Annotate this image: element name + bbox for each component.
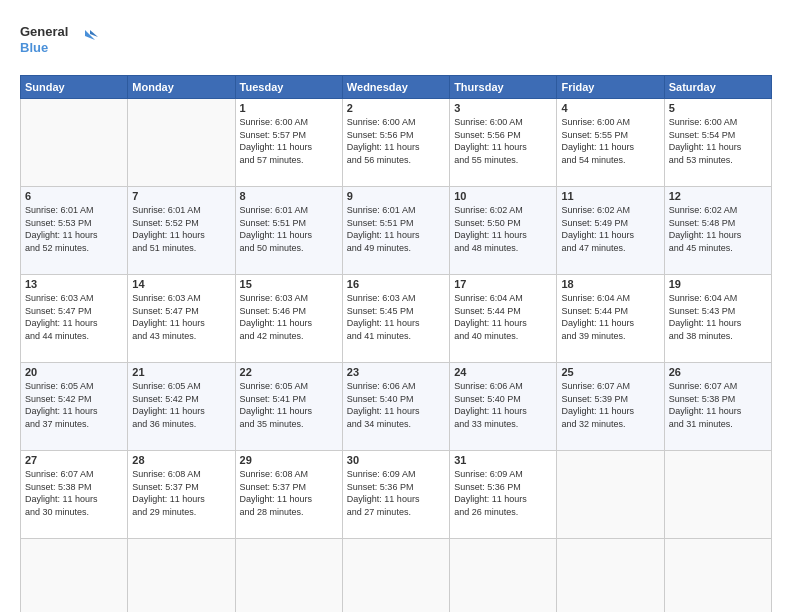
calendar-cell: 16Sunrise: 6:03 AMSunset: 5:45 PMDayligh… xyxy=(342,275,449,363)
calendar-row: 1Sunrise: 6:00 AMSunset: 5:57 PMDaylight… xyxy=(21,99,772,187)
day-info: Sunrise: 6:07 AMSunset: 5:38 PMDaylight:… xyxy=(669,380,767,430)
day-number: 29 xyxy=(240,454,338,466)
day-number: 10 xyxy=(454,190,552,202)
weekday-header-sunday: Sunday xyxy=(21,76,128,99)
svg-text:Blue: Blue xyxy=(20,40,48,55)
day-info: Sunrise: 6:09 AMSunset: 5:36 PMDaylight:… xyxy=(347,468,445,518)
day-info: Sunrise: 6:07 AMSunset: 5:39 PMDaylight:… xyxy=(561,380,659,430)
calendar-cell: 4Sunrise: 6:00 AMSunset: 5:55 PMDaylight… xyxy=(557,99,664,187)
day-info: Sunrise: 6:02 AMSunset: 5:48 PMDaylight:… xyxy=(669,204,767,254)
day-number: 8 xyxy=(240,190,338,202)
calendar-cell xyxy=(664,539,771,613)
calendar-cell xyxy=(664,451,771,539)
day-info: Sunrise: 6:04 AMSunset: 5:44 PMDaylight:… xyxy=(561,292,659,342)
calendar-cell: 3Sunrise: 6:00 AMSunset: 5:56 PMDaylight… xyxy=(450,99,557,187)
day-number: 17 xyxy=(454,278,552,290)
weekday-header-monday: Monday xyxy=(128,76,235,99)
day-info: Sunrise: 6:05 AMSunset: 5:41 PMDaylight:… xyxy=(240,380,338,430)
day-number: 3 xyxy=(454,102,552,114)
day-info: Sunrise: 6:03 AMSunset: 5:45 PMDaylight:… xyxy=(347,292,445,342)
header: General Blue xyxy=(20,20,772,65)
day-number: 2 xyxy=(347,102,445,114)
calendar-row xyxy=(21,539,772,613)
calendar-cell: 29Sunrise: 6:08 AMSunset: 5:37 PMDayligh… xyxy=(235,451,342,539)
day-info: Sunrise: 6:05 AMSunset: 5:42 PMDaylight:… xyxy=(25,380,123,430)
day-number: 27 xyxy=(25,454,123,466)
logo-svg: General Blue xyxy=(20,20,100,65)
calendar-table: SundayMondayTuesdayWednesdayThursdayFrid… xyxy=(20,75,772,612)
calendar-cell: 23Sunrise: 6:06 AMSunset: 5:40 PMDayligh… xyxy=(342,363,449,451)
day-info: Sunrise: 6:04 AMSunset: 5:44 PMDaylight:… xyxy=(454,292,552,342)
calendar-cell: 5Sunrise: 6:00 AMSunset: 5:54 PMDaylight… xyxy=(664,99,771,187)
calendar-cell: 7Sunrise: 6:01 AMSunset: 5:52 PMDaylight… xyxy=(128,187,235,275)
calendar-cell: 1Sunrise: 6:00 AMSunset: 5:57 PMDaylight… xyxy=(235,99,342,187)
day-number: 5 xyxy=(669,102,767,114)
day-info: Sunrise: 6:01 AMSunset: 5:51 PMDaylight:… xyxy=(347,204,445,254)
svg-marker-3 xyxy=(90,30,98,37)
day-info: Sunrise: 6:00 AMSunset: 5:54 PMDaylight:… xyxy=(669,116,767,166)
day-info: Sunrise: 6:03 AMSunset: 5:47 PMDaylight:… xyxy=(132,292,230,342)
calendar-cell: 24Sunrise: 6:06 AMSunset: 5:40 PMDayligh… xyxy=(450,363,557,451)
day-number: 19 xyxy=(669,278,767,290)
day-number: 13 xyxy=(25,278,123,290)
calendar-cell xyxy=(128,539,235,613)
day-number: 11 xyxy=(561,190,659,202)
day-info: Sunrise: 6:06 AMSunset: 5:40 PMDaylight:… xyxy=(454,380,552,430)
day-number: 22 xyxy=(240,366,338,378)
day-number: 30 xyxy=(347,454,445,466)
calendar-cell xyxy=(342,539,449,613)
day-info: Sunrise: 6:00 AMSunset: 5:57 PMDaylight:… xyxy=(240,116,338,166)
svg-text:General: General xyxy=(20,24,68,39)
day-info: Sunrise: 6:00 AMSunset: 5:56 PMDaylight:… xyxy=(454,116,552,166)
day-number: 20 xyxy=(25,366,123,378)
day-number: 21 xyxy=(132,366,230,378)
calendar-cell: 30Sunrise: 6:09 AMSunset: 5:36 PMDayligh… xyxy=(342,451,449,539)
calendar-cell: 22Sunrise: 6:05 AMSunset: 5:41 PMDayligh… xyxy=(235,363,342,451)
calendar-cell: 21Sunrise: 6:05 AMSunset: 5:42 PMDayligh… xyxy=(128,363,235,451)
page: General Blue SundayMondayTuesdayWednesda… xyxy=(0,0,792,612)
calendar-cell xyxy=(21,99,128,187)
day-info: Sunrise: 6:01 AMSunset: 5:52 PMDaylight:… xyxy=(132,204,230,254)
weekday-header-row: SundayMondayTuesdayWednesdayThursdayFrid… xyxy=(21,76,772,99)
calendar-row: 13Sunrise: 6:03 AMSunset: 5:47 PMDayligh… xyxy=(21,275,772,363)
calendar-cell: 19Sunrise: 6:04 AMSunset: 5:43 PMDayligh… xyxy=(664,275,771,363)
calendar-cell: 11Sunrise: 6:02 AMSunset: 5:49 PMDayligh… xyxy=(557,187,664,275)
calendar-cell: 31Sunrise: 6:09 AMSunset: 5:36 PMDayligh… xyxy=(450,451,557,539)
day-number: 12 xyxy=(669,190,767,202)
day-info: Sunrise: 6:02 AMSunset: 5:50 PMDaylight:… xyxy=(454,204,552,254)
calendar-cell: 9Sunrise: 6:01 AMSunset: 5:51 PMDaylight… xyxy=(342,187,449,275)
day-number: 14 xyxy=(132,278,230,290)
calendar-cell: 6Sunrise: 6:01 AMSunset: 5:53 PMDaylight… xyxy=(21,187,128,275)
day-info: Sunrise: 6:00 AMSunset: 5:55 PMDaylight:… xyxy=(561,116,659,166)
weekday-header-friday: Friday xyxy=(557,76,664,99)
calendar-cell xyxy=(450,539,557,613)
logo: General Blue xyxy=(20,20,100,65)
day-info: Sunrise: 6:08 AMSunset: 5:37 PMDaylight:… xyxy=(240,468,338,518)
weekday-header-wednesday: Wednesday xyxy=(342,76,449,99)
calendar-cell: 14Sunrise: 6:03 AMSunset: 5:47 PMDayligh… xyxy=(128,275,235,363)
calendar-cell xyxy=(557,451,664,539)
day-number: 15 xyxy=(240,278,338,290)
day-info: Sunrise: 6:02 AMSunset: 5:49 PMDaylight:… xyxy=(561,204,659,254)
calendar-cell xyxy=(21,539,128,613)
day-info: Sunrise: 6:04 AMSunset: 5:43 PMDaylight:… xyxy=(669,292,767,342)
calendar-cell: 10Sunrise: 6:02 AMSunset: 5:50 PMDayligh… xyxy=(450,187,557,275)
day-number: 9 xyxy=(347,190,445,202)
day-number: 28 xyxy=(132,454,230,466)
calendar-cell: 28Sunrise: 6:08 AMSunset: 5:37 PMDayligh… xyxy=(128,451,235,539)
day-info: Sunrise: 6:01 AMSunset: 5:53 PMDaylight:… xyxy=(25,204,123,254)
day-number: 23 xyxy=(347,366,445,378)
calendar-cell: 20Sunrise: 6:05 AMSunset: 5:42 PMDayligh… xyxy=(21,363,128,451)
calendar-cell xyxy=(128,99,235,187)
day-number: 31 xyxy=(454,454,552,466)
weekday-header-saturday: Saturday xyxy=(664,76,771,99)
day-info: Sunrise: 6:06 AMSunset: 5:40 PMDaylight:… xyxy=(347,380,445,430)
day-number: 24 xyxy=(454,366,552,378)
weekday-header-thursday: Thursday xyxy=(450,76,557,99)
day-info: Sunrise: 6:03 AMSunset: 5:47 PMDaylight:… xyxy=(25,292,123,342)
day-info: Sunrise: 6:07 AMSunset: 5:38 PMDaylight:… xyxy=(25,468,123,518)
calendar-cell: 8Sunrise: 6:01 AMSunset: 5:51 PMDaylight… xyxy=(235,187,342,275)
calendar-cell: 13Sunrise: 6:03 AMSunset: 5:47 PMDayligh… xyxy=(21,275,128,363)
calendar-cell: 2Sunrise: 6:00 AMSunset: 5:56 PMDaylight… xyxy=(342,99,449,187)
day-info: Sunrise: 6:08 AMSunset: 5:37 PMDaylight:… xyxy=(132,468,230,518)
